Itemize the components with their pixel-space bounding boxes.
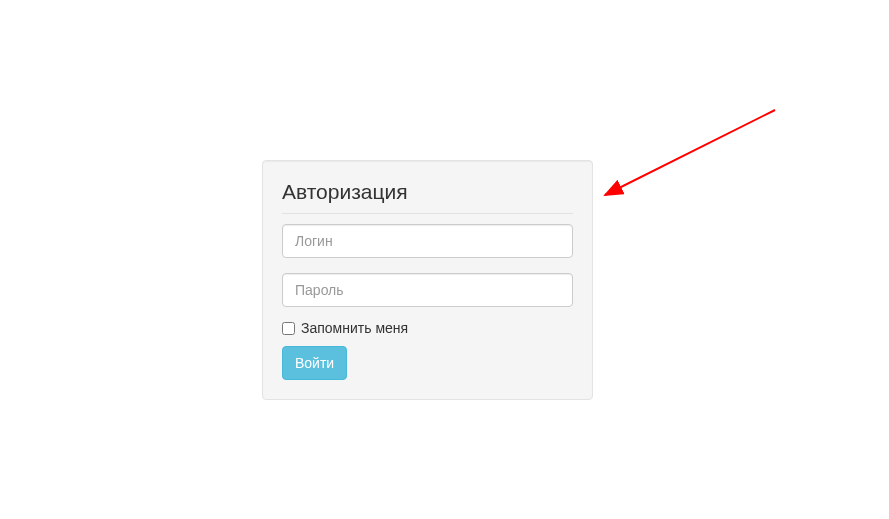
- remember-label: Запомнить меня: [301, 320, 408, 336]
- svg-line-1: [605, 110, 775, 195]
- login-panel: Авторизация Запомнить меня Войти: [262, 160, 593, 400]
- password-input[interactable]: [282, 273, 573, 307]
- login-heading: Авторизация: [282, 180, 573, 214]
- arrow-annotation-icon: [590, 105, 790, 205]
- username-input[interactable]: [282, 224, 573, 258]
- login-button[interactable]: Войти: [282, 346, 347, 380]
- remember-row: Запомнить меня: [282, 320, 573, 336]
- password-group: [282, 273, 573, 307]
- remember-checkbox[interactable]: [282, 322, 295, 335]
- username-group: [282, 224, 573, 258]
